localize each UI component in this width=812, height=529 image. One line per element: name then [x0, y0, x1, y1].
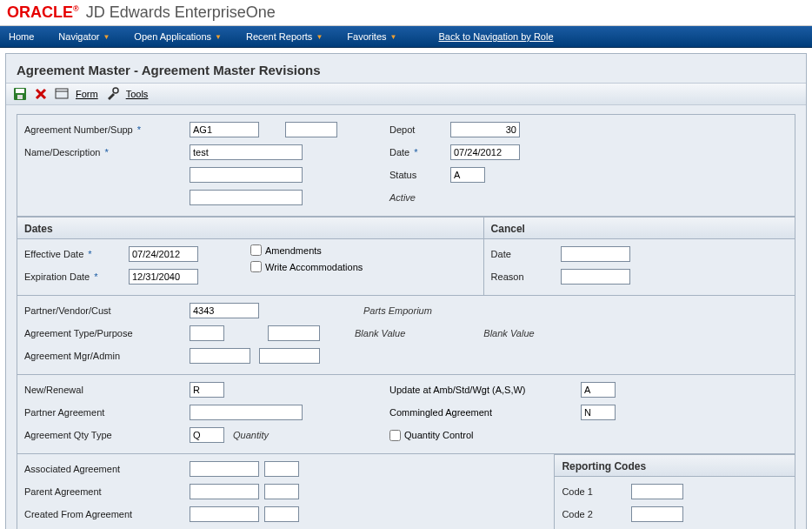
nav-home[interactable]: Home — [9, 31, 34, 42]
nav-open-applications[interactable]: Open Applications▼ — [134, 31, 222, 42]
agreement-mgr-input[interactable] — [190, 348, 250, 364]
type-desc-1: Blank Value — [355, 328, 405, 338]
nav-favorites[interactable]: Favorites▼ — [347, 31, 396, 42]
tools-icon[interactable] — [105, 87, 119, 101]
renewal-section: New/Renewal Partner Agreement Agreement … — [17, 375, 795, 454]
tools-menu[interactable]: Tools — [126, 89, 149, 99]
agreement-type-label: Agreement Type/Purpose — [24, 328, 190, 338]
name-description-input-3[interactable] — [190, 190, 303, 205]
agreement-type-input[interactable] — [190, 325, 224, 341]
oracle-logo: ORACLE® — [7, 3, 79, 22]
created-from-label: Created From Agreement — [24, 509, 190, 519]
created-from-input-2[interactable] — [264, 506, 299, 522]
save-icon[interactable] — [13, 87, 27, 101]
agreement-supp-input[interactable] — [285, 122, 337, 137]
date-input[interactable] — [450, 144, 520, 160]
quantity-control-checkbox[interactable] — [389, 430, 401, 441]
partner-agreement-input[interactable] — [190, 405, 303, 420]
chevron-down-icon: ▼ — [390, 33, 397, 41]
partner-section: Partner/Vendor/Cust Parts Emporium Agree… — [17, 296, 795, 375]
status-description: Active — [389, 192, 416, 203]
associated-section: Associated Agreement Parent Agreement Cr… — [17, 454, 554, 529]
cancel-header: Cancel — [484, 217, 795, 239]
status-input[interactable] — [450, 167, 485, 183]
name-description-input-2[interactable] — [190, 167, 303, 183]
depot-input[interactable] — [450, 122, 520, 137]
created-from-input-1[interactable] — [190, 506, 259, 522]
agreement-number-input[interactable] — [190, 122, 259, 137]
parent-agreement-input-2[interactable] — [264, 484, 299, 499]
agreement-number-label: Agreement Number/Supp * — [24, 124, 190, 135]
expiration-date-input[interactable] — [129, 269, 198, 285]
agreement-qty-type-input[interactable] — [190, 427, 224, 443]
cancel-date-input[interactable] — [561, 246, 630, 262]
commingled-input[interactable] — [581, 405, 616, 420]
toolbar: Form Tools — [6, 83, 806, 105]
main-nav: Home Navigator▼ Open Applications▼ Recen… — [0, 26, 812, 48]
page-body: Agreement Master - Agreement Master Revi… — [5, 53, 807, 529]
code1-input[interactable] — [631, 484, 683, 499]
cancel-reason-label: Reason — [491, 271, 561, 282]
reporting-codes-header: Reporting Codes — [554, 454, 795, 477]
agreement-purpose-input[interactable] — [268, 325, 320, 341]
chevron-down-icon: ▼ — [316, 33, 323, 41]
parent-agreement-label: Parent Agreement — [24, 486, 190, 497]
name-description-label: Name/Description * — [24, 147, 190, 157]
app-header: ORACLE® JD Edwards EnterpriseOne — [0, 0, 812, 26]
agreement-mgr-label: Agreement Mgr/Admin — [24, 351, 190, 361]
date-label: Date * — [389, 147, 450, 157]
app-title: JD Edwards EnterpriseOne — [86, 3, 276, 22]
update-at-input[interactable] — [581, 382, 616, 398]
write-accommodations-checkbox[interactable] — [250, 261, 262, 272]
cancel-reason-input[interactable] — [561, 269, 630, 285]
qty-type-desc: Quantity — [233, 430, 269, 440]
write-accommodations-label: Write Accommodations — [265, 262, 363, 272]
effective-date-input[interactable] — [129, 246, 198, 262]
page-title: Agreement Master - Agreement Master Revi… — [6, 54, 806, 83]
nav-navigator[interactable]: Navigator▼ — [58, 31, 110, 42]
back-to-navigation-link[interactable]: Back to Navigation by Role — [438, 31, 553, 42]
svg-point-5 — [113, 88, 118, 93]
code2-label: Code 2 — [562, 509, 631, 519]
partner-vendor-input[interactable] — [190, 303, 259, 318]
commingled-label: Commingled Agreement — [389, 407, 546, 418]
amendments-checkbox[interactable] — [250, 244, 262, 256]
code2-input[interactable] — [631, 506, 683, 522]
form-icon[interactable] — [55, 87, 69, 101]
effective-date-label: Effective Date * — [24, 249, 129, 259]
associated-agreement-input-2[interactable] — [264, 461, 299, 477]
nav-recent-reports[interactable]: Recent Reports▼ — [246, 31, 323, 42]
agreement-qty-type-label: Agreement Qty Type — [24, 430, 190, 440]
svg-rect-3 — [56, 89, 68, 98]
svg-rect-1 — [16, 89, 24, 93]
chevron-down-icon: ▼ — [103, 33, 110, 41]
code1-label: Code 1 — [562, 486, 631, 497]
svg-rect-2 — [17, 95, 23, 99]
close-icon[interactable] — [34, 87, 48, 101]
type-desc-2: Blank Value — [483, 328, 534, 338]
status-label: Status — [389, 170, 450, 180]
amendments-label: Amendments — [265, 245, 322, 256]
associated-agreement-label: Associated Agreement — [24, 464, 190, 474]
new-renewal-label: New/Renewal — [24, 385, 190, 395]
top-section: Agreement Number/Supp * Name/Description… — [17, 114, 795, 217]
parent-agreement-input-1[interactable] — [190, 484, 259, 499]
partner-name-display: Parts Emporium — [363, 305, 432, 316]
cancel-date-label: Date — [491, 249, 561, 259]
partner-agreement-label: Partner Agreement — [24, 407, 190, 418]
form-menu[interactable]: Form — [76, 89, 98, 99]
depot-label: Depot — [389, 124, 450, 135]
partner-vendor-label: Partner/Vendor/Cust — [24, 305, 190, 316]
dates-header: Dates — [17, 217, 484, 239]
update-at-label: Update at Amb/Std/Wgt (A,S,W) — [389, 385, 546, 395]
chevron-down-icon: ▼ — [215, 33, 222, 41]
new-renewal-input[interactable] — [190, 382, 224, 398]
associated-agreement-input-1[interactable] — [190, 461, 259, 477]
name-description-input[interactable] — [190, 144, 303, 160]
quantity-control-label: Quantity Control — [404, 430, 473, 440]
expiration-date-label: Expiration Date * — [24, 271, 129, 282]
agreement-admin-input[interactable] — [259, 348, 320, 364]
